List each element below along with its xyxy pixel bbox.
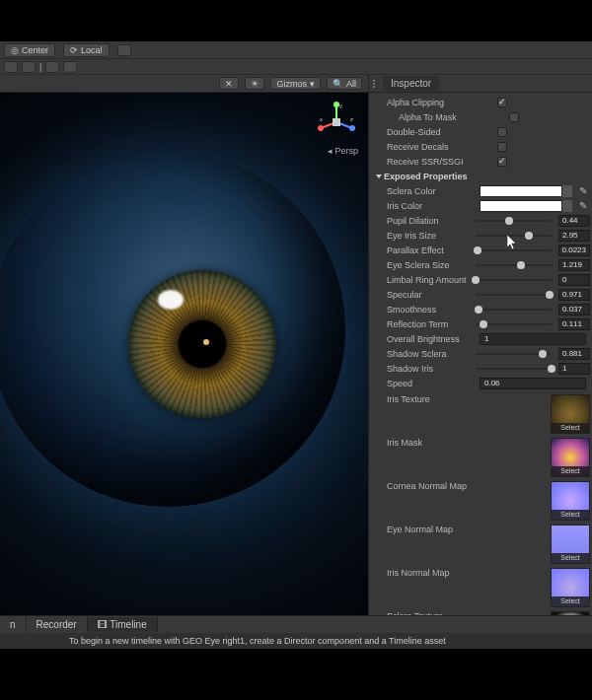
texture-select-button[interactable]: Select: [552, 553, 589, 563]
pivot-center-button[interactable]: ◎ Center: [4, 43, 55, 57]
texture-thumbnail[interactable]: Select: [551, 525, 590, 564]
center-icon: ◎: [11, 45, 19, 55]
tab-inspector[interactable]: Inspector: [383, 76, 439, 91]
number-property-row: Speed0.06: [369, 376, 592, 390]
tab-timeline[interactable]: 🎞 Timeline: [88, 617, 158, 632]
projection-toggle[interactable]: ◂ Persp: [315, 146, 358, 156]
texture-thumbnail[interactable]: Select: [551, 394, 590, 434]
slider-thumb[interactable]: [525, 232, 533, 240]
slider[interactable]: [476, 289, 552, 301]
property-label: Reflection Term: [387, 319, 472, 329]
slider-thumb[interactable]: [480, 320, 487, 328]
property-label: Receive Decals: [387, 142, 493, 152]
texture-property-row: Iris MaskSelect: [369, 434, 592, 477]
gizmos-dropdown[interactable]: Gizmos ▾: [270, 77, 321, 90]
texture-select-button[interactable]: Select: [552, 510, 589, 520]
slider[interactable]: [476, 363, 552, 375]
slider-thumb[interactable]: [505, 217, 513, 225]
color-swatch[interactable]: [480, 185, 572, 197]
slider-property-row: Eye Iris Size2.95: [369, 228, 592, 243]
scene-panel: ✕ ☀ Gizmos ▾ 🔍 All: [0, 75, 368, 615]
slider[interactable]: [476, 215, 552, 227]
scene-tools-icon[interactable]: ✕: [219, 77, 239, 90]
toolbar-divider-icon: [117, 44, 131, 56]
toolstrip-icon[interactable]: [4, 61, 18, 73]
toolstrip-icon[interactable]: [63, 61, 77, 73]
texture-thumbnail[interactable]: Select: [551, 568, 590, 607]
search-scope-label: All: [346, 78, 356, 90]
slider-value-field[interactable]: 0.881: [558, 348, 590, 360]
slider-value-field[interactable]: 0.971: [558, 289, 590, 301]
slider[interactable]: [476, 274, 552, 286]
rotation-local-button[interactable]: ⟳ Local: [63, 43, 110, 57]
slider-value-field[interactable]: 0.037: [558, 304, 590, 315]
scene-viewport[interactable]: x y z ◂ Persp: [0, 93, 368, 615]
number-field[interactable]: 0.06: [480, 378, 586, 389]
slider-value-field[interactable]: 1: [558, 363, 590, 375]
property-toggle-row: Alpha Clipping: [369, 95, 592, 109]
property-label: Speed: [387, 379, 476, 388]
orientation-gizmo[interactable]: x y z ◂ Persp: [315, 101, 358, 156]
section-header[interactable]: Exposed Properties: [369, 169, 592, 183]
search-input[interactable]: 🔍 All: [327, 77, 362, 90]
checkbox[interactable]: [497, 127, 507, 137]
axis-y-label: y: [339, 103, 342, 108]
texture-select-button[interactable]: Select: [552, 423, 589, 433]
property-label: Receive SSR/SSGI: [387, 157, 493, 167]
slider-value-field[interactable]: 1.219: [558, 259, 590, 271]
timeline-hint: To begin a new timeline with GEO Eye rig…: [0, 633, 592, 649]
slider[interactable]: [476, 304, 552, 315]
color-swatch[interactable]: [480, 200, 572, 212]
texture-thumbnail[interactable]: Select: [551, 611, 590, 615]
tab-recorder[interactable]: Recorder: [27, 617, 88, 632]
section-title: Exposed Properties: [384, 172, 468, 181]
slider-value-field[interactable]: 0.111: [558, 318, 590, 330]
color-property-row: Iris Color✎: [369, 198, 592, 213]
property-label: Double-Sided: [387, 127, 493, 137]
property-label: Eye Normal Map: [387, 525, 551, 534]
slider[interactable]: [476, 318, 552, 330]
checkbox[interactable]: [497, 98, 507, 107]
property-label: Alpha Clipping: [387, 98, 493, 107]
eyedropper-icon[interactable]: ✎: [578, 186, 588, 196]
texture-select-button[interactable]: Select: [552, 596, 589, 606]
slider-thumb[interactable]: [517, 261, 525, 269]
drag-handle-icon[interactable]: [373, 80, 379, 88]
slider[interactable]: [476, 245, 552, 256]
tab-unknown[interactable]: n: [0, 617, 27, 632]
search-icon: 🔍: [333, 78, 343, 90]
slider-thumb[interactable]: [475, 306, 482, 314]
slider[interactable]: [476, 230, 552, 242]
gizmos-label: Gizmos: [276, 78, 307, 90]
rotation-local-label: Local: [81, 45, 103, 55]
texture-thumbnail[interactable]: Select: [551, 481, 590, 521]
property-toggle-row: Alpha To Mask: [369, 109, 592, 124]
property-label: Iris Normal Map: [387, 568, 551, 578]
slider-thumb[interactable]: [472, 276, 480, 284]
eyedropper-icon[interactable]: ✎: [578, 201, 588, 211]
slider-value-field[interactable]: 0.44: [558, 215, 590, 227]
slider[interactable]: [476, 259, 552, 271]
number-field[interactable]: 1: [480, 333, 586, 345]
svg-point-3: [318, 125, 324, 131]
toolstrip-icon[interactable]: [45, 61, 59, 73]
checkbox[interactable]: [497, 142, 507, 152]
slider[interactable]: [476, 348, 552, 360]
texture-property-row: Iris Normal MapSelect: [369, 564, 592, 607]
checkbox[interactable]: [509, 112, 519, 122]
slider-value-field[interactable]: 0: [558, 274, 590, 286]
texture-property-row: Iris TextureSelect: [369, 390, 592, 434]
texture-thumbnail[interactable]: Select: [551, 438, 590, 477]
slider-thumb[interactable]: [474, 246, 481, 254]
slider-value-field[interactable]: 2.95: [558, 230, 590, 242]
slider-thumb[interactable]: [546, 291, 554, 299]
slider-thumb[interactable]: [539, 350, 547, 358]
slider-property-row: Shadow Iris1: [369, 361, 592, 376]
toolstrip-icon[interactable]: [22, 61, 36, 73]
scene-lighting-icon[interactable]: ☀: [245, 77, 264, 90]
checkbox[interactable]: [497, 157, 507, 167]
slider-value-field[interactable]: 0.0223: [558, 245, 590, 256]
slider-thumb[interactable]: [548, 365, 555, 373]
property-label: Overall Brightness: [387, 334, 476, 344]
texture-select-button[interactable]: Select: [552, 466, 589, 476]
